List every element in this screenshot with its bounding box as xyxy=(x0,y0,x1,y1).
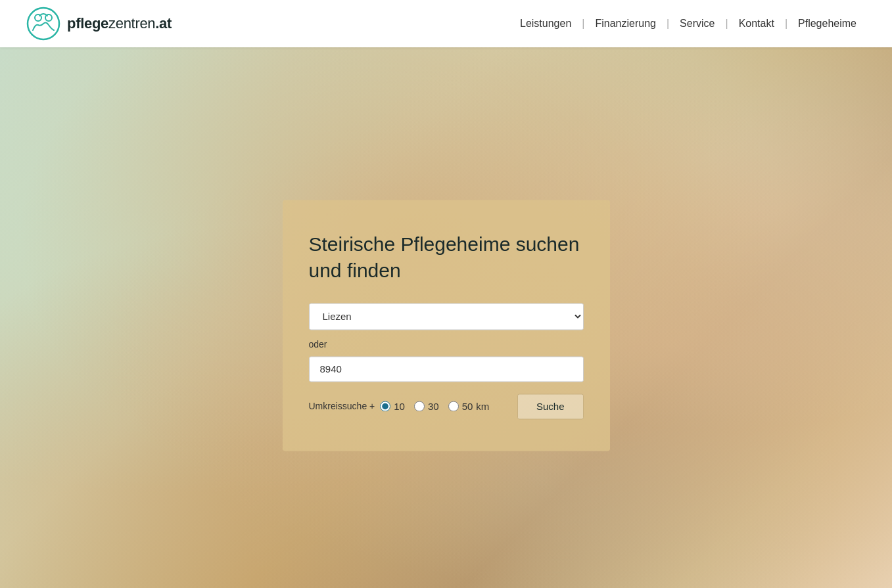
oder-label: oder xyxy=(309,339,584,350)
radius-row: Umkreissuche + 10 30 50 km Suche xyxy=(309,394,584,419)
radius-unit-label: km xyxy=(476,401,489,412)
nav-sep-4: | xyxy=(784,18,789,30)
radius-50-radio[interactable] xyxy=(448,401,459,411)
nav-finanzierung[interactable]: Finanzierung xyxy=(586,18,665,30)
logo-icon xyxy=(26,7,60,41)
header: pflegezentren.at Leistungen | Finanzieru… xyxy=(0,0,892,47)
radius-10-label: 10 xyxy=(394,401,405,412)
nav-service[interactable]: Service xyxy=(670,18,724,30)
radius-50-label: 50 xyxy=(462,401,473,412)
search-button[interactable]: Suche xyxy=(517,394,584,419)
radius-label: Umkreissuche + xyxy=(309,401,375,411)
logo[interactable]: pflegezentren.at xyxy=(26,7,172,41)
search-title: Steirische Pflegeheime suchen und finden xyxy=(309,231,584,284)
nav-leistungen[interactable]: Leistungen xyxy=(511,18,580,30)
radius-30-label: 30 xyxy=(428,401,439,412)
radius-30-option[interactable]: 30 xyxy=(414,401,439,412)
district-select[interactable]: Liezen Graz Leoben Bruck an der Mur Weiz… xyxy=(309,303,584,330)
nav-kontakt[interactable]: Kontakt xyxy=(730,18,784,30)
search-panel: Steirische Pflegeheime suchen und finden… xyxy=(283,200,610,451)
radius-50-option[interactable]: 50 km xyxy=(448,401,490,412)
radius-10-radio[interactable] xyxy=(380,401,390,411)
logo-text: pflegezentren.at xyxy=(67,15,172,32)
main-nav: Leistungen | Finanzierung | Service | Ko… xyxy=(511,18,866,30)
radius-10-option[interactable]: 10 xyxy=(380,401,405,412)
radius-radio-group: 10 30 50 km xyxy=(380,401,517,412)
zip-input[interactable] xyxy=(309,356,584,382)
nav-sep-1: | xyxy=(580,18,586,30)
nav-sep-3: | xyxy=(724,18,729,30)
nav-pflegeheime[interactable]: Pflegeheime xyxy=(789,18,866,30)
nav-sep-2: | xyxy=(665,18,670,30)
hero-section: Steirische Pflegeheime suchen und finden… xyxy=(0,47,892,588)
radius-30-radio[interactable] xyxy=(414,401,425,411)
